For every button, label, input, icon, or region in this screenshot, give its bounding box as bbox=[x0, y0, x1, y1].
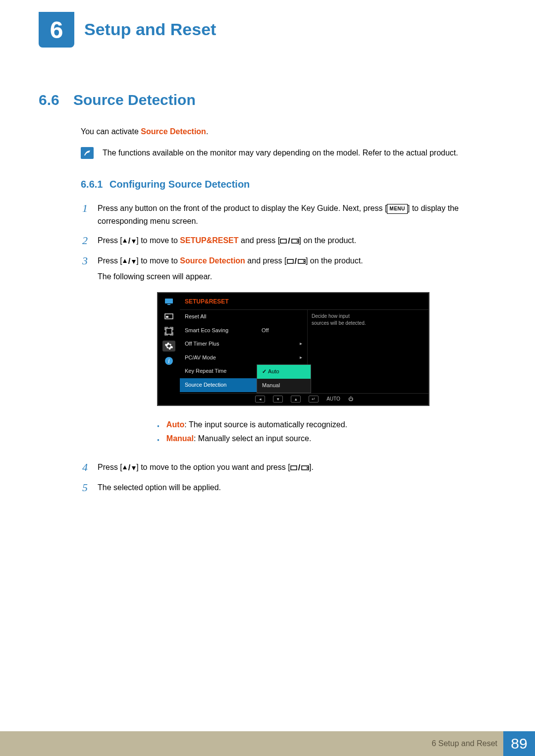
picture-icon bbox=[162, 311, 175, 322]
svg-rect-2 bbox=[287, 259, 293, 263]
subsection-number: 6.6.1 bbox=[81, 179, 109, 190]
step-number: 1 bbox=[76, 202, 88, 215]
subsection-title: Configuring Source Detection bbox=[109, 179, 250, 190]
svg-rect-7 bbox=[166, 316, 168, 318]
step-number: 3 bbox=[76, 254, 88, 267]
osd-value-arrow bbox=[257, 351, 307, 365]
chapter-number: 6 bbox=[50, 16, 63, 44]
step-1: 1 Press any button on the front of the p… bbox=[76, 202, 496, 227]
svg-rect-5 bbox=[167, 304, 170, 305]
bullet-dot-icon: ● bbox=[157, 418, 160, 430]
step-number: 5 bbox=[76, 481, 88, 494]
osd-menu-list: Reset All Smart Eco Saving Off Timer Plu… bbox=[180, 310, 257, 393]
step-2: 2 Press [/] to move to SETUP&RESET and p… bbox=[76, 234, 496, 248]
chapter-badge: 6 bbox=[39, 12, 74, 48]
note-text: The functions available on the monitor m… bbox=[103, 147, 458, 159]
svg-rect-4 bbox=[165, 299, 173, 303]
step-number: 2 bbox=[76, 234, 88, 247]
step-body: The selected option will be applied. bbox=[98, 481, 221, 494]
monitor-icon bbox=[162, 296, 175, 307]
step-4: 4 Press [/] to move to the option you wa… bbox=[76, 461, 496, 474]
nav-down-icon: ▾ bbox=[273, 396, 283, 403]
info-icon: i bbox=[162, 355, 175, 366]
bullet-auto: ● Auto: The input source is automaticall… bbox=[157, 418, 429, 432]
step-body: Press [/] to move to the option you want… bbox=[98, 461, 314, 474]
enter-source-icon: / bbox=[280, 235, 299, 248]
osd-popup-option-selected: Auto bbox=[257, 365, 311, 379]
step-3: 3 Press [/] to move to Source Detection … bbox=[76, 254, 496, 454]
step-3-line2: The following screen will appear. bbox=[98, 270, 429, 283]
chapter-title: Setup and Reset bbox=[84, 20, 216, 39]
osd-row: Smart Eco Saving bbox=[180, 324, 257, 338]
step-body: Press [/] to move to Source Detection an… bbox=[98, 254, 429, 454]
osd-nav-bar: ◂ ▾ ▴ ↵ AUTO ⏻ bbox=[180, 393, 428, 405]
osd-value-column: Off Auto Manual bbox=[257, 310, 307, 393]
svg-rect-11 bbox=[291, 466, 297, 470]
step-body: Press [/] to move to SETUP&RESET and pre… bbox=[98, 234, 356, 248]
bullet-manual: ● Manual: Manually select an input sourc… bbox=[157, 432, 429, 446]
osd-value: Off bbox=[257, 324, 307, 338]
subsection-heading: 6.6.1Configuring Source Detection bbox=[81, 179, 496, 190]
page-number: 89 bbox=[503, 731, 535, 756]
step-5: 5 The selected option will be applied. bbox=[76, 481, 496, 494]
svg-rect-3 bbox=[298, 259, 305, 263]
enter-source-icon: / bbox=[287, 255, 306, 268]
setup-reset-highlight: SETUP&RESET bbox=[180, 236, 238, 245]
step-number: 4 bbox=[76, 461, 88, 474]
intro-text: You can activate Source Detection. bbox=[81, 127, 496, 136]
section-heading: 6.6Source Detection bbox=[39, 92, 496, 108]
osd-row: PC/AV Mode bbox=[180, 351, 257, 365]
source-detection-highlight: Source Detection bbox=[180, 256, 245, 265]
note-row: The functions available on the monitor m… bbox=[81, 147, 496, 159]
svg-rect-1 bbox=[292, 239, 299, 243]
intro-highlight: Source Detection bbox=[141, 127, 206, 136]
auto-highlight: Auto bbox=[166, 420, 184, 429]
nav-power-icon: ⏻ bbox=[348, 395, 353, 403]
gear-icon bbox=[162, 341, 175, 352]
manual-highlight: Manual bbox=[166, 434, 194, 443]
up-down-icon: / bbox=[122, 461, 136, 474]
osd-popup-option: Manual bbox=[257, 379, 311, 393]
note-icon bbox=[81, 147, 94, 159]
resize-icon bbox=[162, 326, 175, 337]
page-footer: 6 Setup and Reset 89 bbox=[0, 731, 535, 756]
osd-sidebar: i bbox=[158, 293, 180, 405]
menu-key-icon: MENU bbox=[387, 204, 407, 214]
osd-description: Decide how input sources will be detecte… bbox=[307, 310, 372, 393]
nav-auto-label: AUTO bbox=[326, 395, 340, 403]
svg-rect-12 bbox=[302, 466, 309, 470]
osd-screenshot: i SETUP&RESET Reset All Smart Eco Saving… bbox=[157, 292, 429, 406]
osd-row: Key Repeat Time bbox=[180, 364, 257, 378]
osd-title: SETUP&RESET bbox=[180, 293, 428, 310]
up-down-icon: / bbox=[122, 255, 136, 268]
osd-row-selected: Source Detection bbox=[180, 378, 257, 392]
nav-left-icon: ◂ bbox=[255, 396, 265, 403]
footer-label: 6 Setup and Reset bbox=[431, 739, 497, 748]
osd-row: Off Timer Plus bbox=[180, 337, 257, 351]
enter-source-icon: / bbox=[290, 461, 309, 474]
section-number: 6.6 bbox=[39, 92, 73, 108]
step-body: Press any button on the front of the pro… bbox=[98, 202, 496, 227]
osd-value-arrow bbox=[257, 337, 307, 351]
svg-text:i: i bbox=[168, 357, 169, 364]
section-title: Source Detection bbox=[73, 92, 196, 108]
up-down-icon: / bbox=[122, 235, 136, 248]
nav-enter-icon: ↵ bbox=[309, 396, 319, 403]
bullet-dot-icon: ● bbox=[157, 432, 160, 444]
nav-up-icon: ▴ bbox=[291, 396, 301, 403]
osd-popup: Auto Manual bbox=[257, 364, 311, 393]
osd-row: Reset All bbox=[180, 310, 257, 324]
svg-rect-8 bbox=[166, 328, 172, 334]
svg-rect-0 bbox=[280, 239, 286, 243]
